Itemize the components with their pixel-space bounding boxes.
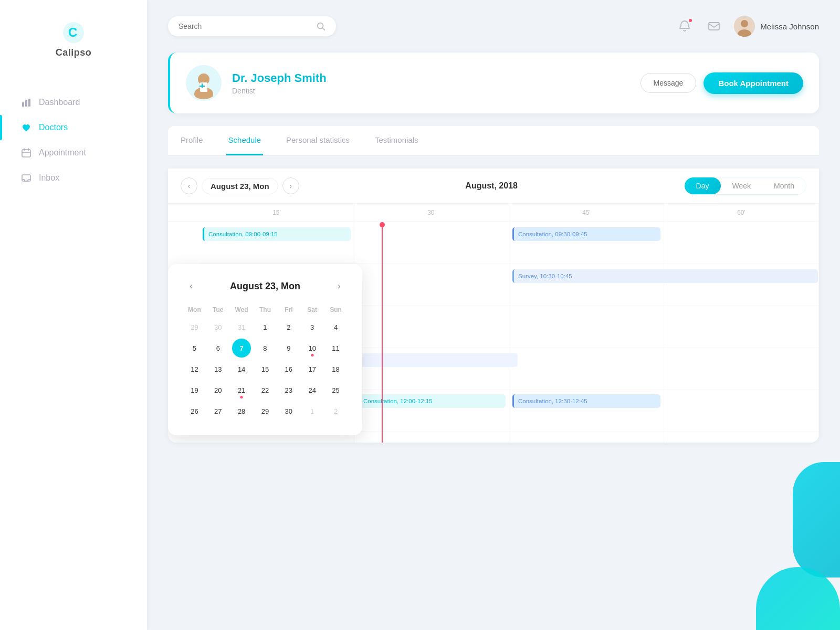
svg-rect-4 [28, 99, 30, 107]
cal-day[interactable]: 17 [303, 360, 322, 379]
grid-cell [664, 306, 819, 348]
svg-rect-21 [200, 86, 205, 87]
prev-date-button[interactable]: ‹ [181, 177, 197, 194]
tab-testimonials[interactable]: Testimonials [373, 126, 421, 155]
doctor-avatar [186, 65, 222, 101]
cal-day[interactable]: 18 [327, 360, 345, 379]
cal-day[interactable]: 14 [232, 360, 251, 379]
cal-day[interactable]: 11 [327, 339, 345, 358]
appointment-block-6[interactable]: Consultation, 12:30-12:45 [512, 394, 660, 408]
user-info[interactable]: Melissa Johnson [734, 16, 819, 37]
cal-day[interactable]: 23 [279, 381, 298, 400]
notification-dot [688, 18, 693, 23]
appointment-block-2[interactable]: Consultation, 09:30-09:45 [512, 227, 660, 241]
cal-header-mon: Mon [184, 304, 205, 316]
grid-header-row: 15' 30' 45' 60' [168, 204, 819, 222]
header-actions: Melissa Johnson [675, 16, 819, 37]
view-day-button[interactable]: Day [685, 177, 721, 194]
main-content: Melissa Johnson Dr. Jose [147, 0, 840, 630]
sidebar: C Calipso Dashboard Doctors [0, 0, 147, 630]
appointment-block-5[interactable]: Consultation, 12:00-12:15 [358, 394, 506, 408]
cal-day[interactable]: 29 [185, 318, 204, 337]
mini-cal-prev[interactable]: ‹ [184, 279, 198, 293]
grid-cell [509, 348, 664, 390]
user-avatar [734, 16, 755, 37]
cal-day[interactable]: 30 [279, 402, 298, 421]
cal-day[interactable]: 10 [303, 339, 322, 358]
cal-day[interactable]: 24 [303, 381, 322, 400]
next-date-button[interactable]: › [282, 177, 299, 194]
cal-day[interactable]: 1 [256, 318, 275, 337]
grid-cell: Consultation, 12:00-12:15 [354, 390, 509, 432]
search-input[interactable] [178, 22, 316, 30]
logo-icon: C [62, 21, 85, 44]
sidebar-item-dashboard[interactable]: Dashboard [0, 90, 147, 115]
grid-cell: Lunch Break [354, 432, 509, 443]
grid-cell [509, 432, 664, 443]
tab-schedule[interactable]: Schedule [226, 126, 264, 155]
mini-cal-grid: Mon Tue Wed Thu Fri Sat Sun 29 30 31 1 2… [184, 304, 346, 421]
doctor-name: Dr. Joseph Smith [232, 71, 327, 85]
mini-calendar[interactable]: ‹ August 23, Mon › Mon Tue Wed Thu Fri S… [168, 264, 362, 435]
cal-day[interactable]: 5 [185, 339, 204, 358]
cal-day[interactable]: 31 [232, 318, 251, 337]
cal-day[interactable]: 28 [232, 402, 251, 421]
cal-header-fri: Fri [278, 304, 299, 316]
cal-day[interactable]: 4 [327, 318, 345, 337]
cal-day[interactable]: 26 [185, 402, 204, 421]
cal-day[interactable]: 25 [327, 381, 345, 400]
mini-cal-next[interactable]: › [332, 279, 346, 293]
view-month-button[interactable]: Month [762, 177, 806, 194]
app-name: Calipso [56, 47, 92, 58]
date-navigator: ‹ August 23, Mon › August, 2018 Day Week… [168, 169, 819, 204]
search-bar[interactable] [168, 16, 336, 36]
cal-day[interactable]: 29 [256, 402, 275, 421]
cal-header-sat: Sat [301, 304, 323, 316]
cal-day[interactable]: 2 [327, 402, 345, 421]
cal-day-today[interactable]: 7 [232, 339, 251, 358]
notification-button[interactable] [675, 17, 694, 36]
svg-rect-2 [22, 102, 24, 107]
cal-day[interactable]: 2 [279, 318, 298, 337]
cal-day[interactable]: 12 [185, 360, 204, 379]
mini-cal-header: ‹ August 23, Mon › [184, 279, 346, 293]
mail-button[interactable] [705, 17, 723, 36]
tab-profile[interactable]: Profile [178, 126, 205, 155]
sidebar-item-appointment[interactable]: Appointment [0, 140, 147, 165]
cal-day[interactable]: 8 [256, 339, 275, 358]
cal-day[interactable]: 19 [185, 381, 204, 400]
sidebar-item-doctors[interactable]: Doctors [0, 115, 147, 140]
sidebar-item-inbox[interactable]: Inbox [0, 165, 147, 191]
cal-day[interactable]: 13 [208, 360, 227, 379]
sidebar-nav: Dashboard Doctors Appointment [0, 90, 147, 191]
col-header-60: 60' [664, 204, 819, 222]
cal-day[interactable]: 21 [232, 381, 251, 400]
cal-day[interactable]: 15 [256, 360, 275, 379]
cal-day[interactable]: 22 [256, 381, 275, 400]
doctor-info: Dr. Joseph Smith Dentist [186, 65, 327, 101]
cal-day[interactable]: 27 [208, 402, 227, 421]
book-appointment-button[interactable]: Book Appointment [704, 72, 803, 94]
cal-day[interactable]: 3 [303, 318, 322, 337]
cal-day[interactable]: 16 [279, 360, 298, 379]
cal-day[interactable]: 30 [208, 318, 227, 337]
appointment-block-1[interactable]: Consultation, 09:00-09:15 [203, 227, 351, 241]
view-toggles: Day Week Month [684, 177, 806, 195]
cal-day[interactable]: 20 [208, 381, 227, 400]
cal-day[interactable]: 1 [303, 402, 322, 421]
doctor-text: Dr. Joseph Smith Dentist [232, 71, 327, 95]
cal-day[interactable]: 9 [279, 339, 298, 358]
avatar-image [734, 16, 755, 37]
header: Melissa Johnson [168, 16, 819, 37]
tab-statistics[interactable]: Personal statistics [284, 126, 352, 155]
sidebar-label-appointment: Appointment [39, 148, 86, 158]
view-week-button[interactable]: Week [721, 177, 763, 194]
message-button[interactable]: Message [640, 73, 697, 93]
calendar-icon [21, 148, 32, 158]
inbox-icon [21, 173, 32, 183]
deco-blob-right [793, 462, 840, 578]
col-header-15: 15' [200, 204, 354, 222]
appointment-block-3[interactable]: Survey, 10:30-10:45 [512, 269, 818, 283]
cal-day[interactable]: 6 [208, 339, 227, 358]
svg-point-14 [741, 20, 748, 27]
